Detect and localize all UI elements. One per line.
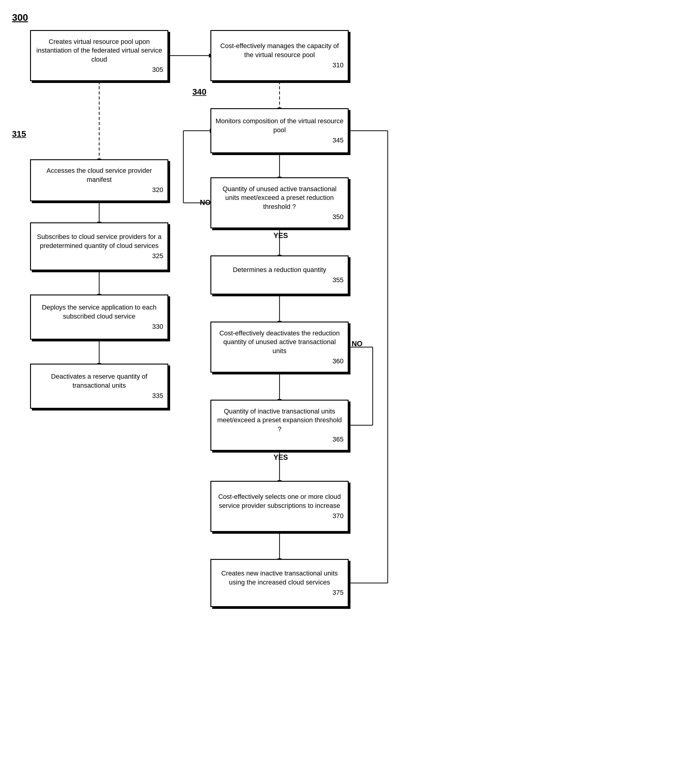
box-335-text: Deactivates a reserve quantity of transa… (35, 372, 163, 390)
diagram-title: 300 (12, 12, 28, 23)
box-310: Cost-effectively manages the capacity of… (210, 30, 348, 81)
box-365: Quantity of inactive transactional units… (210, 400, 348, 451)
box-320: Accesses the cloud service provider mani… (30, 159, 168, 201)
yes2-label: YES (273, 453, 288, 462)
box-335: Deactivates a reserve quantity of transa… (30, 364, 168, 409)
box-350-text: Quantity of unused active transactional … (216, 184, 344, 211)
box-355-num: 355 (333, 276, 344, 285)
box-355-text: Determines a reduction quantity (233, 265, 327, 275)
box-375: Creates new inactive transactional units… (210, 559, 348, 607)
no2-label: NO (352, 340, 362, 348)
box-310-num: 310 (333, 61, 344, 70)
box-345-text: Monitors composition of the virtual reso… (216, 117, 344, 134)
box-345-num: 345 (333, 136, 344, 145)
box-325-num: 325 (152, 251, 163, 261)
box-360-text: Cost-effectively deactivates the reducti… (216, 329, 344, 356)
box-370: Cost-effectively selects one or more clo… (210, 481, 348, 532)
box-370-text: Cost-effectively selects one or more clo… (216, 492, 344, 510)
box-320-text: Accesses the cloud service provider mani… (35, 166, 163, 184)
box-350-num: 350 (333, 212, 344, 222)
box-325-text: Subscribes to cloud service providers fo… (35, 232, 163, 250)
box-345: Monitors composition of the virtual reso… (210, 108, 348, 153)
box-365-text: Quantity of inactive transactional units… (216, 407, 344, 434)
label-315: 315 (12, 129, 26, 139)
box-305-text: Creates virtual resource pool upon insta… (35, 37, 163, 64)
box-305: Creates virtual resource pool upon insta… (30, 30, 168, 81)
box-370-num: 370 (333, 512, 344, 520)
box-335-num: 335 (152, 391, 163, 400)
label-340: 340 (192, 87, 206, 97)
box-360: Cost-effectively deactivates the reducti… (210, 322, 348, 373)
box-305-num: 305 (152, 65, 163, 74)
yes1-label: YES (273, 231, 288, 240)
box-320-num: 320 (152, 186, 163, 194)
box-330: Deploys the service application to each … (30, 295, 168, 340)
box-375-text: Creates new inactive transactional units… (216, 569, 344, 587)
box-365-num: 365 (333, 435, 344, 444)
diagram-container: 300 315 340 (12, 12, 688, 751)
box-360-num: 360 (333, 357, 344, 366)
box-375-num: 375 (333, 588, 344, 597)
box-355: Determines a reduction quantity 355 (210, 256, 348, 295)
no1-label: NO (200, 198, 211, 207)
box-330-text: Deploys the service application to each … (35, 303, 163, 321)
box-325: Subscribes to cloud service providers fo… (30, 222, 168, 270)
box-310-text: Cost-effectively manages the capacity of… (216, 42, 344, 59)
box-350: Quantity of unused active transactional … (210, 177, 348, 228)
box-330-num: 330 (152, 322, 163, 331)
